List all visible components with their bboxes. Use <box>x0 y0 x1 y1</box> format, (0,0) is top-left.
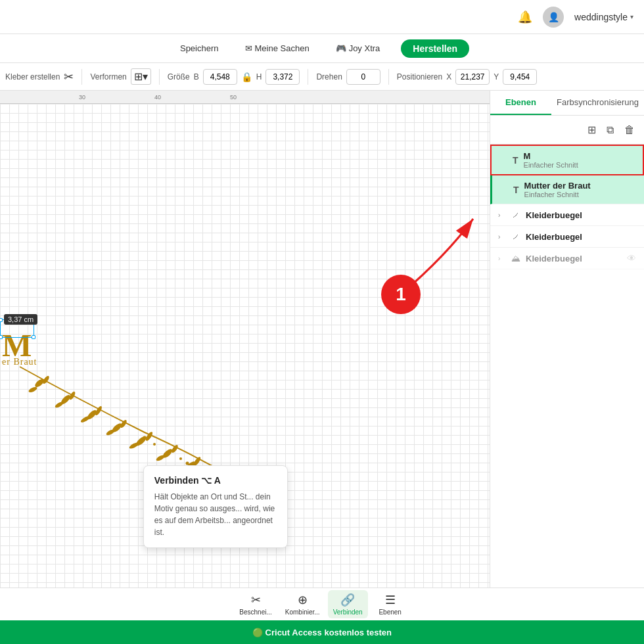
layer-icon-t-m: T <box>513 155 518 166</box>
tab-ebenen[interactable]: Ebenen <box>490 91 551 115</box>
mail-icon: ✉ <box>245 43 252 53</box>
canvas-area[interactable]: 30 40 50 3,37 cm M er Braut <box>0 91 490 587</box>
drehen-group: Drehen <box>316 69 380 85</box>
combine-icon: ⊕ <box>298 593 308 607</box>
layer-chevron-kleider3: › <box>498 255 506 262</box>
layer-item-m[interactable]: T M Einfacher Schnitt <box>490 145 644 175</box>
svg-point-24 <box>186 462 189 465</box>
svg-point-16 <box>153 443 156 446</box>
panel-tabs: Ebenen Farbsynchronisierung <box>490 91 644 116</box>
username-button[interactable]: weddingstyle ▾ <box>574 12 633 22</box>
layer-info-kleider2: Kleiderbuegel <box>526 232 636 242</box>
verbinden-button[interactable]: 🔗 Verbinden <box>328 590 368 618</box>
kombinieren-button[interactable]: ⊕ Kombinier... <box>280 590 325 618</box>
bottom-toolbar: ✂ Beschnei... ⊕ Kombinier... 🔗 Verbinden… <box>0 587 644 620</box>
verformen-group: Verformen ⊞▾ <box>90 68 150 85</box>
h-label: H <box>256 72 262 81</box>
layers-icon: ☰ <box>385 593 396 607</box>
meine-sachen-button[interactable]: ✉Meine Sachen <box>240 41 315 56</box>
kleber-label: Kleber erstellen <box>5 72 60 81</box>
tooltip-body: Hält Objekte an Ort und St... dein Motiv… <box>154 491 277 538</box>
link-icon: 🔗 <box>340 593 355 607</box>
layer-icon-kleider3: ⛰ <box>511 253 520 264</box>
save-button[interactable]: Speichern <box>175 41 224 56</box>
eye-hidden-icon[interactable]: 👁 <box>627 253 636 264</box>
main-area: 30 40 50 3,37 cm M er Braut <box>0 91 644 587</box>
selection-handle-bl[interactable] <box>0 335 3 339</box>
size-badge: 3,37 cm <box>4 314 37 325</box>
layer-icon-kleider1: ⟋ <box>511 210 520 220</box>
positionieren-label: Positionieren <box>397 72 442 81</box>
svg-point-23 <box>179 457 182 460</box>
kleber-icon[interactable]: ✂ <box>64 70 74 84</box>
main-toolbar: Speichern ✉Meine Sachen 🎮Joy Xtra Herste… <box>0 34 644 63</box>
ruler-mark-30: 30 <box>79 94 85 101</box>
b-input[interactable] <box>203 69 237 85</box>
b-label: B <box>194 72 199 81</box>
selection-handle-br[interactable] <box>32 335 35 339</box>
svg-point-8 <box>80 415 91 423</box>
grosse-label: Größe <box>168 72 190 81</box>
copy-button[interactable]: ⧉ <box>604 121 616 139</box>
cricut-access-text: 🟢 Cricut Access kostenlos testen <box>252 628 392 637</box>
layer-item-kleider3[interactable]: › ⛰ Kleiderbuegel 👁 <box>490 248 644 269</box>
selection-handle-tl[interactable] <box>0 318 3 322</box>
layer-info-kleider1: Kleiderbuegel <box>526 210 636 220</box>
ruler-mark-40: 40 <box>154 94 161 101</box>
svg-point-2 <box>28 386 37 393</box>
panel-toolbar: ⊞ ⧉ 🗑 <box>490 116 644 145</box>
layer-info-kleider3: Kleiderbuegel <box>526 254 622 264</box>
h-input[interactable] <box>265 69 300 85</box>
ruler-top: 30 40 50 <box>0 91 490 104</box>
bell-icon[interactable]: 🔔 <box>518 10 532 24</box>
drehen-label: Drehen <box>316 72 342 81</box>
beschneiden-button[interactable]: ✂ Beschnei... <box>234 590 277 618</box>
trash-button[interactable]: 🗑 <box>622 121 637 139</box>
verformen-label: Verformen <box>90 72 126 81</box>
cricut-access-bar[interactable]: 🟢 Cricut Access kostenlos testen <box>0 620 644 644</box>
verformen-dropdown[interactable]: ⊞▾ <box>131 68 151 85</box>
y-label: Y <box>494 72 499 81</box>
positionieren-group: Positionieren X Y <box>397 69 537 85</box>
layer-item-kleider2[interactable]: › ⟋ Kleiderbuegel <box>490 226 644 248</box>
chevron-down-icon: ▾ <box>630 13 633 20</box>
scissors-icon: ✂ <box>251 593 261 607</box>
ebenen-button[interactable]: ☰ Ebenen <box>371 590 410 618</box>
layer-chevron-kleider2: › <box>498 233 506 241</box>
drehen-input[interactable] <box>346 69 380 85</box>
layer-item-mutter[interactable]: T Mutter der Braut Einfacher Schnitt <box>490 175 644 204</box>
layer-icon-t-mutter: T <box>513 185 519 195</box>
kleber-group: Kleber erstellen ✂ <box>5 70 74 84</box>
x-label: X <box>446 72 451 81</box>
connect-tooltip: Verbinden ⌥ A Hält Objekte an Ort und St… <box>143 465 288 548</box>
canvas-text-braut[interactable]: er Braut <box>2 357 37 367</box>
arrange-button[interactable]: ⊞ <box>585 121 599 139</box>
avatar: 👤 <box>543 7 564 28</box>
layer-info-mutter: Mutter der Braut Einfacher Schnitt <box>524 181 636 198</box>
grosse-group: Größe B 🔒 H <box>168 69 300 85</box>
svg-point-15 <box>143 436 147 440</box>
x-input[interactable] <box>455 69 490 85</box>
joy-xtra-button[interactable]: 🎮Joy Xtra <box>331 41 386 56</box>
layer-item-kleider1[interactable]: › ⟋ Kleiderbuegel <box>490 204 644 226</box>
layer-icon-kleider2: ⟋ <box>511 231 520 242</box>
y-input[interactable] <box>503 69 537 85</box>
layer-chevron-kleider1: › <box>498 212 506 219</box>
tools-bar: Kleber erstellen ✂ Verformen ⊞▾ Größe B … <box>0 63 644 91</box>
herstellen-button[interactable]: Herstellen <box>401 39 469 58</box>
ruler-mark-50: 50 <box>230 94 237 101</box>
right-panel: Ebenen Farbsynchronisierung ⊞ ⧉ 🗑 T M Ei… <box>490 91 644 587</box>
top-nav: 🔔 👤 weddingstyle ▾ <box>0 0 644 34</box>
tooltip-title: Verbinden ⌥ A <box>154 475 277 486</box>
lock-icon[interactable]: 🔒 <box>241 72 252 82</box>
layer-info-m: M Einfacher Schnitt <box>524 151 635 169</box>
tab-farb[interactable]: Farbsynchronisierung <box>551 91 644 115</box>
